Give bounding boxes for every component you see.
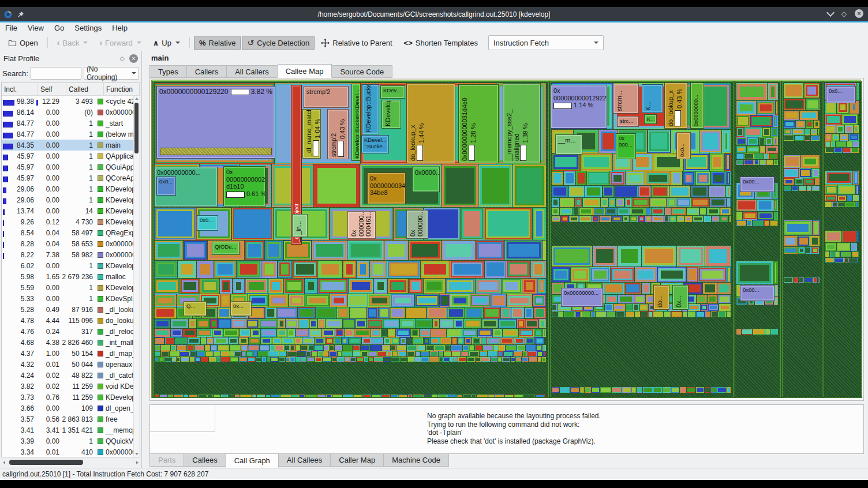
table-row[interactable]: 98.3812.293 493<cycle 42> [2, 96, 134, 107]
treemap-tile[interactable] [440, 294, 450, 307]
treemap-tile[interactable] [476, 357, 481, 362]
treemap-tile[interactable] [774, 297, 778, 305]
treemap-tile[interactable] [810, 236, 820, 246]
treemap-tile[interactable] [552, 387, 559, 393]
treemap-tile[interactable] [367, 319, 383, 328]
treemap-tile[interactable] [381, 395, 390, 397]
treemap-tile[interactable] [615, 186, 638, 197]
treemap-block[interactable]: strcmp'20.43 % [327, 109, 349, 159]
treemap-tile[interactable] [493, 329, 502, 337]
treemap-tile[interactable] [526, 345, 536, 351]
treemap-tile[interactable] [408, 357, 414, 362]
treemap-tile[interactable] [343, 261, 356, 278]
treemap-tile[interactable] [335, 329, 344, 337]
treemap-tile[interactable] [367, 307, 378, 318]
treemap-tile[interactable] [233, 279, 245, 294]
treemap-tile[interactable] [707, 208, 720, 215]
treemap-tile[interactable] [511, 307, 524, 318]
scroll-right-icon[interactable] [136, 461, 139, 464]
treemap-tile[interactable] [552, 246, 592, 266]
treemap-tile[interactable] [757, 101, 775, 115]
treemap-tile[interactable] [286, 357, 290, 362]
treemap-tile[interactable] [431, 337, 440, 344]
tab-parts[interactable]: Parts [149, 453, 184, 467]
treemap-block[interactable]: 0x0000000... [690, 82, 704, 129]
treemap-tile[interactable] [231, 319, 246, 328]
treemap-tile[interactable] [326, 337, 334, 344]
treemap-tile[interactable] [174, 395, 183, 397]
treemap-tile[interactable] [391, 395, 398, 397]
treemap-tile[interactable] [197, 329, 212, 337]
treemap-tile[interactable] [601, 198, 608, 207]
treemap-tile[interactable] [569, 216, 579, 222]
treemap-tile[interactable] [335, 345, 342, 351]
treemap-tile[interactable] [155, 395, 159, 397]
treemap-tile[interactable] [293, 261, 317, 278]
treemap-tile[interactable] [773, 115, 778, 127]
treemap-tile[interactable] [705, 311, 710, 317]
treemap-tile[interactable] [343, 319, 355, 328]
treemap-tile[interactable] [522, 279, 537, 294]
treemap-tile[interactable] [245, 241, 264, 260]
treemap-block[interactable]: 0x... [230, 301, 252, 316]
treemap-tile[interactable] [342, 337, 348, 344]
treemap-tile[interactable] [424, 279, 445, 294]
treemap-tile[interactable] [471, 395, 476, 397]
treemap-tile[interactable] [401, 357, 407, 362]
treemap-tile[interactable] [591, 311, 595, 317]
treemap-tile[interactable] [398, 395, 407, 397]
treemap-tile[interactable] [832, 134, 839, 141]
treemap-tile[interactable] [559, 311, 563, 317]
treemap-tile[interactable] [302, 337, 314, 344]
treemap-tile[interactable] [221, 357, 230, 362]
treemap-tile[interactable] [268, 351, 279, 356]
treemap-tile[interactable] [268, 279, 283, 294]
treemap-tile[interactable] [387, 261, 420, 278]
treemap-tile[interactable] [440, 319, 454, 328]
treemap-tile[interactable] [744, 127, 762, 137]
treemap-tile[interactable] [771, 329, 778, 335]
treemap-tile[interactable] [720, 208, 731, 215]
treemap-tile[interactable] [729, 216, 731, 222]
treemap-tile[interactable] [638, 216, 645, 222]
treemap-tile[interactable] [784, 220, 812, 235]
treemap-tile[interactable] [704, 216, 711, 222]
treemap-tile[interactable] [353, 345, 360, 351]
treemap-tile[interactable] [168, 395, 173, 397]
treemap-tile[interactable] [843, 148, 851, 153]
treemap-tile[interactable] [736, 220, 746, 226]
shorten-templates-button[interactable]: <> Shorten Templates [399, 36, 483, 50]
treemap-tile[interactable] [792, 129, 804, 135]
treemap-tile[interactable] [214, 261, 236, 278]
treemap-tile[interactable] [257, 395, 265, 397]
treemap-tile[interactable] [799, 186, 806, 191]
treemap-tile[interactable] [727, 387, 731, 393]
treemap-block[interactable]: 0x0... [676, 132, 691, 159]
treemap-tile[interactable] [560, 208, 573, 215]
treemap-tile[interactable] [635, 267, 657, 282]
treemap-tile[interactable] [764, 220, 769, 226]
treemap-tile[interactable] [811, 129, 817, 135]
treemap-tile[interactable] [537, 279, 546, 294]
treemap-tile[interactable] [784, 111, 799, 120]
treemap-tile[interactable] [583, 198, 600, 207]
treemap-tile[interactable] [513, 164, 546, 207]
treemap-tile[interactable] [836, 141, 846, 147]
treemap-tile[interactable] [279, 357, 285, 362]
treemap-tile[interactable] [271, 357, 278, 362]
treemap-tile[interactable] [465, 307, 483, 318]
treemap-tile[interactable] [765, 137, 773, 145]
treemap-tile[interactable] [345, 329, 354, 337]
treemap-tile[interactable] [784, 277, 793, 283]
treemap-tile[interactable] [766, 160, 773, 165]
treemap-tile[interactable] [653, 311, 663, 317]
treemap-tile[interactable] [560, 387, 570, 393]
treemap-tile[interactable] [439, 357, 443, 362]
treemap-tile[interactable] [350, 307, 366, 318]
treemap-tile[interactable] [343, 345, 352, 351]
treemap-tile[interactable] [287, 329, 295, 337]
treemap-tile[interactable] [856, 185, 859, 194]
treemap-tile[interactable] [525, 307, 533, 318]
treemap-block[interactable]: strc... [617, 116, 639, 127]
treemap-tile[interactable] [240, 329, 250, 337]
